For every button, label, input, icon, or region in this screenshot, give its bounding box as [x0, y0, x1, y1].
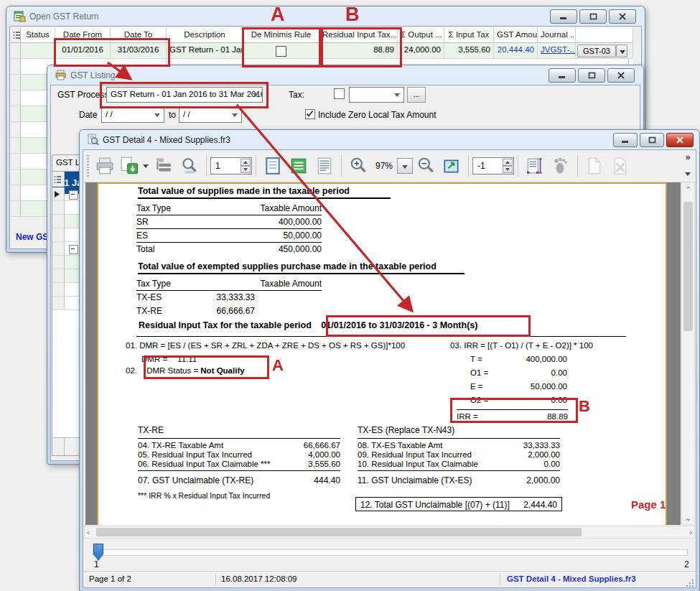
maximize-button[interactable]	[640, 133, 664, 147]
minimize-button[interactable]	[613, 133, 638, 147]
delete-page-button-disabled	[607, 154, 633, 178]
page-up-button[interactable]	[241, 159, 251, 166]
gst-return-row[interactable]: 01/01/2016 31/03/2016 GST Return - 01 Ja…	[11, 43, 633, 59]
col-date-from[interactable]: Date From	[55, 28, 111, 43]
print-preview-icon	[87, 134, 99, 146]
col-residual-input-tax[interactable]: Residual Input Tax...	[319, 28, 398, 43]
page-down-button[interactable]	[241, 166, 251, 173]
col-output-tax[interactable]: Σ Output ...	[398, 28, 444, 43]
collapse-icon[interactable]	[69, 245, 78, 254]
zoom-out-button[interactable]	[413, 154, 439, 178]
col-journal[interactable]: Journal ...	[538, 28, 576, 43]
maximize-button[interactable]	[579, 9, 607, 24]
minimize-button[interactable]	[550, 9, 577, 24]
toolbar-grip[interactable]	[87, 155, 89, 177]
irr-var-row: T =400,000.00	[470, 355, 567, 364]
status-timestamp: 16.08.2017 12:08:09	[221, 574, 297, 583]
report-viewport[interactable]: Total value of supplies made in the taxa…	[85, 182, 681, 525]
horizontal-scroll-thumb[interactable]	[96, 528, 582, 536]
scroll-right-arrow[interactable]: ›	[689, 528, 692, 536]
edit-page-button[interactable]	[439, 154, 465, 178]
maximize-button[interactable]	[578, 68, 605, 83]
pager-last-label: 2	[684, 559, 689, 569]
horizontal-scrollbar[interactable]: ‹ ›	[84, 526, 695, 539]
de-minimis-checkbox[interactable]	[276, 46, 286, 57]
collapse-icon[interactable]	[69, 190, 78, 200]
cell-input-tax: 3,555.60	[444, 43, 494, 59]
scroll-left-arrow[interactable]: ‹	[87, 528, 90, 536]
cell-residual-input-tax: 88.89	[319, 43, 398, 59]
window-title: GST Detail 4 - Mixed Supplies.fr3	[103, 135, 230, 145]
status-page: Page 1 of 2	[89, 574, 131, 583]
page-slider-thumb[interactable]	[93, 544, 103, 561]
col-date-to[interactable]: Date To	[111, 28, 167, 43]
shift-spinner[interactable]: -1	[472, 157, 514, 174]
minimize-button[interactable]	[549, 68, 576, 83]
irr-var-row: O1 =0.00	[470, 368, 567, 378]
date-label: Date	[79, 110, 97, 120]
cell-gst-amount: 20,444.40	[494, 43, 538, 59]
txre-table: 04. TX-RE Taxable Amt66,666.67 05. Resid…	[138, 441, 340, 487]
tax-combo[interactable]	[349, 87, 404, 103]
annotation-label-a-mid: A	[272, 356, 284, 375]
shift-value: -1	[477, 161, 485, 171]
normal-view-button[interactable]	[312, 154, 337, 178]
resize-grip[interactable]	[686, 579, 694, 587]
journal-link[interactable]: JVGST-...	[538, 43, 576, 59]
shift-down-button[interactable]	[503, 166, 513, 173]
page-width-view-button[interactable]	[286, 154, 312, 178]
cell-report: GST-03	[576, 43, 633, 59]
caption-buttons	[613, 133, 694, 147]
col-report[interactable]	[576, 28, 633, 43]
scroll-down-arrow[interactable]: ⌄	[682, 513, 694, 523]
close-button[interactable]	[607, 68, 635, 83]
to-label: to	[169, 110, 176, 120]
report-dropdown-button[interactable]	[616, 45, 627, 57]
tax-checkbox[interactable]	[334, 88, 345, 99]
report-statusbar: Page 1 of 2 16.08.2017 12:08:09 GST Deta…	[83, 571, 696, 588]
gst-process-value: GST Return - 01 Jan 2016 to 31 Mar 2016	[111, 90, 263, 98]
include-zero-checkbox[interactable]	[305, 109, 315, 119]
desktop: Open GST Return Status Date From Date To…	[0, 0, 700, 591]
page-settings-button[interactable]	[522, 154, 548, 178]
zoom-dropdown-button[interactable]	[397, 158, 413, 174]
export-button[interactable]	[118, 154, 151, 178]
page-number-spinner[interactable]: 1	[210, 157, 252, 174]
col-description[interactable]: Description	[167, 28, 243, 43]
scroll-up-arrow[interactable]: ⌃	[682, 183, 694, 195]
gst-process-combo[interactable]: GST Return - 01 Jan 2016 to 31 Mar 2016	[106, 87, 263, 103]
gst03-report-button[interactable]: GST-03	[577, 45, 616, 57]
column-chooser-icon[interactable]	[11, 28, 21, 43]
foot-icon-button[interactable]	[548, 154, 574, 178]
report-page: Total value of supplies made in the taxa…	[97, 182, 667, 525]
vertical-scroll-thumb[interactable]	[683, 202, 693, 331]
date-from-value: / /	[106, 110, 113, 118]
find-button[interactable]	[177, 154, 202, 178]
date-from-combo[interactable]: / /	[101, 107, 164, 123]
report-client: 1 97%	[83, 149, 696, 588]
outline-button[interactable]	[151, 154, 177, 178]
date-to-combo[interactable]: / /	[179, 107, 242, 123]
print-button[interactable]	[92, 154, 118, 178]
whole-page-view-button[interactable]	[260, 154, 286, 178]
page-slider-track[interactable]	[93, 549, 688, 556]
export-dropdown-caret[interactable]	[143, 164, 149, 168]
row-selector[interactable]	[11, 43, 21, 59]
column-chooser-icon[interactable]	[52, 172, 65, 187]
col-input-tax[interactable]: Σ Input Tax	[444, 28, 494, 43]
annotation-label-b-mid: B	[579, 397, 590, 416]
shift-up-button[interactable]	[503, 159, 513, 166]
dmr-status-line: 02. DMR Status = Not Qualify	[126, 366, 245, 375]
col-gst-amount[interactable]: GST Amou...	[494, 28, 538, 43]
vertical-scrollbar[interactable]: ⌃ ⌄	[681, 182, 695, 525]
toolbar-overflow-caret[interactable]	[685, 172, 691, 176]
col-status[interactable]: Status	[21, 28, 55, 43]
col-de-minimis[interactable]: De Minimis Rule	[243, 28, 319, 43]
zoom-in-button[interactable]	[345, 154, 371, 178]
tax-browse-button[interactable]: ...	[407, 87, 426, 103]
window-title: GST Listing	[70, 70, 115, 80]
tax-label: Tax:	[289, 90, 304, 100]
close-button[interactable]	[609, 9, 636, 24]
toolbar-overflow[interactable]: »	[683, 152, 693, 176]
close-button[interactable]	[666, 133, 694, 147]
